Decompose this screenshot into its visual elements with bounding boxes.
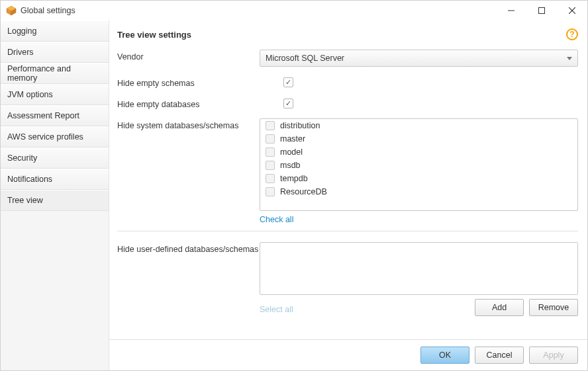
list-item[interactable]: ResourceDB [260, 185, 577, 198]
sidebar-item-aws[interactable]: AWS service profiles [1, 126, 109, 147]
sidebar-item-tree-view[interactable]: Tree view [1, 190, 109, 211]
select-all-link[interactable]: Select all [260, 305, 293, 314]
remove-button[interactable]: Remove [529, 299, 578, 316]
sidebar-item-label: Tree view [7, 196, 43, 205]
titlebar: Global settings [1, 1, 587, 21]
sidebar-item-label: Security [7, 153, 37, 163]
hide-system-label: Hide system databases/schemas [117, 118, 260, 130]
list-item-label: msdb [280, 161, 301, 170]
apply-button[interactable]: Apply [529, 347, 578, 364]
sidebar-item-label: Performance and memory [7, 64, 102, 83]
list-checkbox[interactable] [266, 187, 275, 196]
page-title: Tree view settings [117, 30, 566, 40]
global-settings-window: Global settings Logging Drivers Performa… [0, 0, 588, 371]
hide-empty-schemas-checkbox[interactable] [283, 77, 293, 87]
minimize-button[interactable] [496, 1, 526, 21]
list-checkbox[interactable] [266, 174, 275, 183]
sidebar-item-performance[interactable]: Performance and memory [1, 63, 109, 84]
app-icon [6, 5, 17, 16]
list-item-label: tempdb [280, 174, 308, 183]
hide-empty-schemas-label: Hide empty schemas [117, 76, 260, 88]
list-item-label: master [280, 134, 305, 144]
list-checkbox[interactable] [266, 121, 275, 130]
user-db-listbox[interactable] [260, 242, 578, 295]
list-checkbox[interactable] [266, 161, 275, 170]
list-item-label: distribution [280, 121, 320, 130]
button-label: OK [439, 350, 451, 360]
list-item[interactable]: master [260, 132, 577, 145]
list-item-label: ResourceDB [280, 187, 327, 196]
button-label: Cancel [487, 350, 513, 360]
sidebar-item-notifications[interactable]: Notifications [1, 169, 109, 190]
hide-user-label: Hide user-defined databases/schemas [117, 242, 260, 254]
vendor-label: Vendor [117, 50, 260, 62]
chevron-down-icon [567, 57, 572, 60]
add-button[interactable]: Add [475, 299, 524, 316]
list-checkbox[interactable] [266, 134, 275, 144]
sidebar-item-label: JVM options [7, 90, 53, 99]
sidebar-item-logging[interactable]: Logging [1, 21, 109, 42]
button-label: Apply [543, 350, 564, 360]
content-pane: Tree view settings ? Vendor Microsoft SQ… [109, 21, 587, 370]
sidebar-item-drivers[interactable]: Drivers [1, 42, 109, 63]
divider [117, 231, 578, 231]
list-checkbox[interactable] [266, 147, 275, 157]
list-item[interactable]: msdb [260, 159, 577, 172]
cancel-button[interactable]: Cancel [475, 347, 524, 364]
svg-rect-4 [539, 8, 545, 14]
sidebar-item-security[interactable]: Security [1, 147, 109, 169]
sidebar-item-label: Notifications [7, 175, 52, 184]
list-item[interactable]: distribution [260, 119, 577, 132]
sidebar-item-assessment[interactable]: Assessment Report [1, 105, 109, 126]
hide-empty-databases-checkbox[interactable] [283, 99, 293, 108]
ok-button[interactable]: OK [420, 347, 469, 364]
sidebar-item-label: Drivers [7, 48, 34, 57]
window-title: Global settings [21, 6, 75, 15]
vendor-select[interactable]: Microsoft SQL Server [260, 50, 578, 67]
list-item-label: model [280, 147, 303, 157]
sidebar-item-jvm[interactable]: JVM options [1, 84, 109, 105]
vendor-value: Microsoft SQL Server [266, 54, 344, 63]
dialog-footer: OK Cancel Apply [109, 339, 587, 370]
list-item[interactable]: tempdb [260, 172, 577, 185]
sidebar: Logging Drivers Performance and memory J… [1, 21, 109, 370]
check-all-link[interactable]: Check all [260, 215, 293, 224]
close-button[interactable] [557, 1, 587, 21]
hide-empty-databases-label: Hide empty databases [117, 97, 260, 109]
list-item[interactable]: model [260, 145, 577, 159]
system-db-listbox[interactable]: distribution master model msdb tempdb Re… [260, 118, 578, 211]
help-icon[interactable]: ? [566, 28, 578, 40]
sidebar-item-label: Assessment Report [7, 111, 79, 120]
sidebar-item-label: Logging [7, 26, 37, 36]
sidebar-item-label: AWS service profiles [7, 132, 83, 142]
button-label: Remove [538, 303, 569, 312]
maximize-button[interactable] [526, 1, 557, 21]
button-label: Add [492, 303, 507, 312]
